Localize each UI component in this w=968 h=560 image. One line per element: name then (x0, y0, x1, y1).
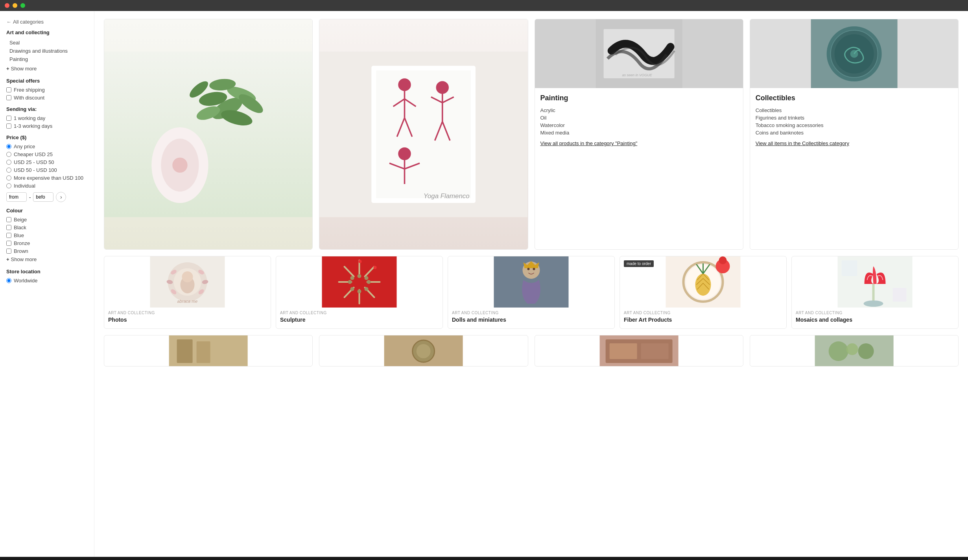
collectibles-link-2[interactable]: Figurines and trinkets (756, 115, 953, 121)
dolls-card-body: ART AND COLLECTING Dolls and miniatures (448, 308, 614, 328)
collectibles-link-1[interactable]: Collectibles (756, 107, 953, 113)
price-cheaper-input[interactable] (6, 152, 11, 157)
bottom-card-4[interactable] (750, 335, 959, 367)
store-location-title: Store location (6, 269, 88, 274)
collectibles-link-4[interactable]: Coins and banknotes (756, 130, 953, 136)
sub-card-mosaics[interactable]: ART AND COLLECTING Mosaics and collages (791, 256, 959, 328)
bottom-card-2[interactable] (319, 335, 528, 367)
svg-point-21 (437, 82, 448, 93)
1-working-day-checkbox[interactable]: 1 working day (6, 115, 88, 121)
sidebar-subcat-drawings[interactable]: Drawings and illustrations (6, 47, 88, 55)
free-shipping-checkbox[interactable]: Free shipping (6, 87, 88, 93)
svg-text:as seen in VOGUE: as seen in VOGUE (622, 73, 652, 77)
painting-card-body: Painting Acrylic Oil Watercolor Mixed me… (535, 88, 743, 153)
svg-point-99 (858, 343, 874, 359)
with-discount-checkbox[interactable]: With discount (6, 95, 88, 101)
price-50-100-radio[interactable]: USD 50 - USD 100 (6, 167, 88, 173)
colour-bronze-input[interactable] (6, 241, 11, 246)
sub-category-grid: abraca me ART AND COLLECTING Photos (104, 256, 959, 328)
made-to-order-badge: made to order (624, 260, 654, 267)
painting-view-all[interactable]: View all products in the category "Paint… (540, 140, 738, 146)
colour-brown-checkbox[interactable]: Brown (6, 248, 88, 254)
price-from-input[interactable] (6, 192, 27, 202)
price-range-arrow[interactable]: › (56, 192, 66, 202)
sidebar-show-more-categories[interactable]: Show more (6, 66, 88, 72)
price-more-100-label: More expensive than USD 100 (14, 175, 83, 181)
price-individual-input[interactable] (6, 183, 11, 188)
painting-link-1[interactable]: Acrylic (540, 107, 738, 113)
store-worldwide-radio[interactable]: Worldwide (6, 278, 88, 284)
colour-brown-input[interactable] (6, 249, 11, 254)
free-shipping-input[interactable] (6, 87, 11, 92)
svg-point-39 (850, 50, 858, 58)
svg-rect-95 (609, 343, 637, 359)
sub-card-sculpture[interactable]: ART AND COLLECTING Sculpture (276, 256, 443, 328)
1-3-working-days-checkbox[interactable]: 1-3 working days (6, 123, 88, 129)
collectibles-view-all[interactable]: View all items in the Collectibles categ… (756, 140, 953, 146)
sidebar: All categories Art and collecting Seal D… (0, 11, 94, 557)
bottom-card-3[interactable] (535, 335, 743, 367)
1-3-working-days-input[interactable] (6, 123, 11, 129)
dolls-title: Dolls and miniatures (452, 316, 610, 323)
sub-card-dolls[interactable]: ART AND COLLECTING Dolls and miniatures (448, 256, 615, 328)
drawings-card-image: Yoga Flamenco (319, 19, 527, 249)
svg-point-57 (365, 276, 369, 280)
sidebar-subcat-seal[interactable]: Seal (6, 39, 88, 47)
sidebar-subcat-painting[interactable]: Painting (6, 55, 88, 63)
photos-category: ART AND COLLECTING (108, 311, 267, 315)
sidebar-price-section: Price ($) Any price Cheaper USD 25 USD 2… (6, 134, 88, 202)
colour-blue-checkbox[interactable]: Blue (6, 232, 88, 238)
fiber-title: Fiber Art Products (624, 316, 782, 323)
sidebar-show-more-colours[interactable]: Show more (6, 256, 88, 262)
collectibles-link-3[interactable]: Tobacco smoking accessories (756, 122, 953, 128)
cat-card-drawings[interactable]: Yoga Flamenco Drawings and illustrations… (319, 19, 528, 250)
price-cheaper-radio[interactable]: Cheaper USD 25 (6, 151, 88, 157)
price-any-input[interactable] (6, 144, 11, 149)
price-any-radio[interactable]: Any price (6, 144, 88, 149)
colour-bronze-checkbox[interactable]: Bronze (6, 240, 88, 246)
svg-point-11 (172, 158, 187, 173)
back-to-all-categories[interactable]: All categories (6, 19, 88, 25)
traffic-light-red[interactable] (5, 3, 9, 8)
sidebar-main-category: Art and collecting (6, 29, 88, 35)
with-discount-input[interactable] (6, 95, 11, 100)
cat-card-collectibles[interactable]: Collectibles Collectibles Figurines and … (750, 19, 959, 250)
price-50-100-input[interactable] (6, 168, 11, 173)
fiber-card-body: ART AND COLLECTING Fiber Art Products (620, 308, 786, 328)
store-worldwide-input[interactable] (6, 278, 11, 283)
1-working-day-input[interactable] (6, 116, 11, 121)
svg-point-71 (374, 266, 377, 269)
price-to-input[interactable] (33, 192, 53, 202)
svg-point-69 (350, 276, 354, 280)
drawings-card-body: Drawings and illustrations Digital graph… (319, 249, 527, 250)
price-individual-radio[interactable]: Individual (6, 183, 88, 189)
colour-beige-checkbox[interactable]: Beige (6, 217, 88, 223)
svg-rect-86 (893, 288, 907, 302)
price-more-100-radio[interactable]: More expensive than USD 100 (6, 175, 88, 181)
sub-card-fiber[interactable]: made to order (620, 256, 787, 328)
bottom-card-1[interactable] (104, 335, 313, 367)
cat-card-seal[interactable]: Seal Digital printing Giclee Lithographs… (104, 19, 313, 250)
colour-beige-label: Beige (14, 217, 27, 223)
colour-black-checkbox[interactable]: Black (6, 225, 88, 230)
painting-link-3[interactable]: Watercolor (540, 122, 738, 128)
price-title: Price ($) (6, 134, 88, 140)
sending-via-title: Sending via: (6, 106, 88, 112)
price-25-50-radio[interactable]: USD 25 - USD 50 (6, 159, 88, 165)
price-cheaper-label: Cheaper USD 25 (14, 151, 53, 157)
svg-point-79 (695, 274, 711, 296)
price-more-100-input[interactable] (6, 175, 11, 181)
colour-beige-input[interactable] (6, 217, 11, 222)
price-range-separator: - (29, 194, 31, 200)
sub-card-photos[interactable]: abraca me ART AND COLLECTING Photos (104, 256, 271, 328)
cat-card-painting[interactable]: as seen in VOGUE Painting Acrylic Oil Wa… (535, 19, 743, 250)
colour-brown-label: Brown (14, 248, 28, 254)
colour-blue-input[interactable] (6, 233, 11, 238)
painting-link-4[interactable]: Mixed media (540, 130, 738, 136)
traffic-light-yellow[interactable] (13, 3, 17, 8)
painting-link-2[interactable]: Oil (540, 115, 738, 121)
traffic-light-green[interactable] (20, 3, 25, 8)
price-range-row: - › (6, 192, 88, 202)
price-25-50-input[interactable] (6, 160, 11, 165)
colour-black-input[interactable] (6, 225, 11, 230)
